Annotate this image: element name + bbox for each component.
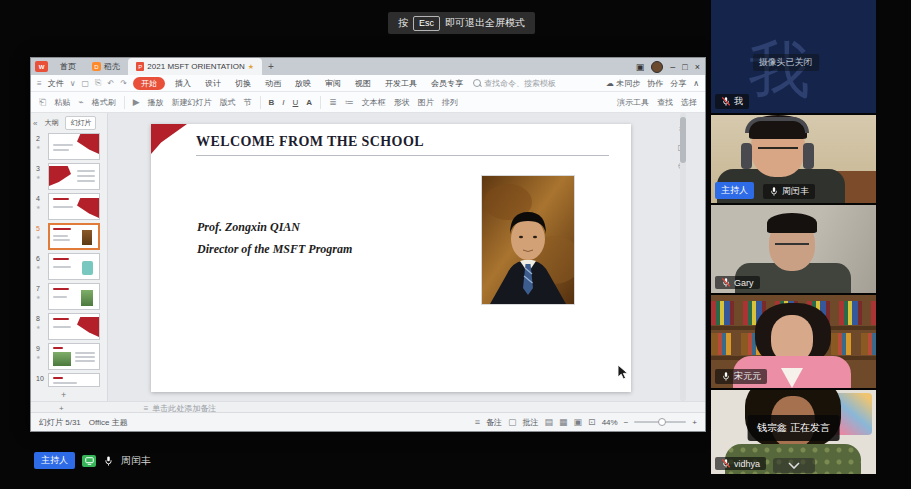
slide-sorter-icon[interactable]: ▦ bbox=[559, 417, 568, 427]
thumbnail-list: 2★ 3★ 4★ 5★ bbox=[31, 133, 107, 387]
slide-thumbnail-6[interactable]: 6★ bbox=[31, 253, 107, 281]
hair bbox=[767, 213, 817, 233]
bold-button[interactable]: B bbox=[269, 98, 275, 107]
toast-prefix: 按 bbox=[398, 16, 408, 30]
collapse-ribbon-icon[interactable]: ∧ bbox=[693, 79, 699, 88]
wps-logo[interactable]: W bbox=[35, 61, 48, 72]
comments-toggle-icon[interactable]: ▢ bbox=[508, 417, 517, 427]
new-slide-button[interactable]: 新建幻灯片 bbox=[172, 97, 212, 108]
slide-thumbnail-3[interactable]: 3★ bbox=[31, 163, 107, 191]
ribbon-tab-transition[interactable]: 切换 bbox=[231, 77, 255, 90]
favorite-star-icon[interactable]: ★ bbox=[248, 63, 254, 71]
slide-thumbnail-2[interactable]: 2★ bbox=[31, 133, 107, 161]
zoom-in-button[interactable]: + bbox=[692, 418, 697, 427]
print-icon[interactable]: ⎘ bbox=[95, 78, 101, 88]
add-slide-button[interactable]: + bbox=[61, 390, 66, 400]
layout-switch-icon[interactable]: ▣ bbox=[636, 62, 645, 72]
red-flag-decoration bbox=[151, 124, 187, 154]
participant-video-songyuanyuan[interactable]: 宋元元 bbox=[711, 295, 876, 388]
ribbon-tab-member[interactable]: 会员专享 bbox=[427, 77, 467, 90]
hamburger-menu-icon[interactable]: ≡ bbox=[37, 79, 42, 88]
ribbon-tab-view[interactable]: 视图 bbox=[351, 77, 375, 90]
zoom-percentage[interactable]: 44% bbox=[602, 418, 618, 427]
camera-off-toast: 摄像头已关闭 bbox=[753, 54, 819, 71]
redo-icon[interactable]: ↷ bbox=[120, 79, 127, 88]
font-color-button[interactable]: A bbox=[306, 98, 312, 107]
normal-view-icon[interactable]: ▤ bbox=[545, 417, 554, 427]
slide-thumbnail-9[interactable]: 9★ bbox=[31, 343, 107, 371]
wps-presentation-window: W 首页 D 稻壳 P 2021 MSFT ORIENTATION ★ + ▣ … bbox=[30, 57, 706, 432]
slide-thumbnail-5-selected[interactable]: 5★ bbox=[31, 223, 107, 251]
bullet-list-icon[interactable]: ≔ bbox=[345, 97, 354, 107]
save-icon[interactable]: ▢ bbox=[82, 79, 90, 88]
arrange-button[interactable]: 排列 bbox=[442, 97, 458, 108]
textbox-button[interactable]: 文本框 bbox=[362, 97, 386, 108]
close-button[interactable]: × bbox=[695, 62, 700, 72]
minimize-button[interactable]: – bbox=[670, 62, 675, 72]
headphone-right bbox=[803, 143, 814, 169]
ribbon-tab-slideshow[interactable]: 放映 bbox=[291, 77, 315, 90]
shapes-button[interactable]: 形状 bbox=[394, 97, 410, 108]
participant-video-vidhya[interactable]: 钱宗鑫 正在发言 vidhya bbox=[711, 390, 876, 474]
notes-toggle[interactable]: 备注 bbox=[486, 417, 502, 428]
select-button[interactable]: 选择 bbox=[681, 97, 697, 108]
ribbon-tab-insert[interactable]: 插入 bbox=[171, 77, 195, 90]
paste-button[interactable]: 粘贴 bbox=[54, 97, 70, 108]
zoom-out-button[interactable]: − bbox=[624, 418, 629, 427]
participant-name-tag: 宋元元 bbox=[715, 369, 767, 384]
new-tab-button[interactable]: + bbox=[268, 61, 274, 72]
underline-button[interactable]: U bbox=[293, 98, 299, 107]
find-button[interactable]: 查找 bbox=[657, 97, 673, 108]
cloud-sync-status[interactable]: ☁ 未同步 bbox=[606, 78, 640, 89]
participant-video-host[interactable]: 主持人 周闰丰 bbox=[711, 115, 876, 203]
home-tab[interactable]: 首页 bbox=[52, 58, 84, 75]
share-button[interactable]: 分享 bbox=[670, 78, 686, 89]
current-slide[interactable]: WELCOME FROM THE SCHOOL Prof. Zongxin QI… bbox=[151, 124, 631, 392]
slide-thumbnail-7[interactable]: 7★ bbox=[31, 283, 107, 311]
notes-toggle-icon[interactable]: ≡ bbox=[475, 417, 480, 427]
slide-thumbnail-8[interactable]: 8★ bbox=[31, 313, 107, 341]
layout-button[interactable]: 版式 bbox=[220, 97, 236, 108]
outline-tab[interactable]: 大纲 bbox=[40, 117, 62, 129]
italic-button[interactable]: I bbox=[282, 98, 284, 107]
play-button[interactable]: 播放 bbox=[148, 97, 164, 108]
participant-name: 宋元元 bbox=[734, 370, 761, 383]
presentation-tools-button[interactable]: 演示工具 bbox=[617, 97, 649, 108]
scrollbar-thumb[interactable] bbox=[680, 117, 686, 163]
paste-icon[interactable]: ⎗ bbox=[39, 97, 46, 108]
participant-video-me[interactable]: 我 摄像头已关闭 我 bbox=[711, 0, 876, 113]
ribbon-tab-design[interactable]: 设计 bbox=[201, 77, 225, 90]
command-search[interactable]: 查找命令、搜索模板 bbox=[473, 78, 556, 89]
undo-icon[interactable]: ↶ bbox=[108, 79, 115, 88]
format-painter-icon[interactable]: ⌁ bbox=[78, 97, 83, 107]
zoom-slider-knob[interactable] bbox=[658, 418, 666, 426]
section-button[interactable]: 节 bbox=[244, 97, 252, 108]
file-menu-caret-icon[interactable]: ∨ bbox=[70, 79, 76, 88]
participant-video-gary[interactable]: Gary bbox=[711, 205, 876, 293]
collapse-panel-icon[interactable]: « bbox=[33, 119, 37, 128]
file-menu[interactable]: 文件 bbox=[48, 78, 64, 89]
collaborate-button[interactable]: 协作 bbox=[647, 78, 663, 89]
comments-toggle[interactable]: 批注 bbox=[523, 417, 539, 428]
theme-name[interactable]: Office 主题 bbox=[89, 417, 128, 428]
slideshow-view-icon[interactable]: ▣ bbox=[574, 417, 583, 427]
docer-tab[interactable]: D 稻壳 bbox=[84, 58, 128, 75]
play-icon[interactable]: ▶ bbox=[133, 97, 140, 107]
slide-thumbnail-10[interactable]: 10 bbox=[31, 373, 107, 387]
ribbon-tab-home[interactable]: 开始 bbox=[133, 77, 165, 90]
align-left-icon[interactable]: ≣ bbox=[329, 97, 337, 107]
format-painter-button[interactable]: 格式刷 bbox=[92, 97, 116, 108]
picture-button[interactable]: 图片 bbox=[418, 97, 434, 108]
restore-button[interactable]: □ bbox=[682, 62, 687, 72]
zoom-slider[interactable] bbox=[634, 421, 686, 423]
account-avatar[interactable] bbox=[651, 61, 663, 73]
ribbon-tab-review[interactable]: 审阅 bbox=[321, 77, 345, 90]
mic-muted-icon bbox=[721, 458, 731, 469]
slides-tab[interactable]: 幻灯片 bbox=[65, 116, 96, 130]
ribbon-tab-devtools[interactable]: 开发工具 bbox=[381, 77, 421, 90]
fit-slide-icon[interactable]: ⊡ bbox=[588, 417, 596, 427]
slide-thumbnail-4[interactable]: 4★ bbox=[31, 193, 107, 221]
document-tab[interactable]: P 2021 MSFT ORIENTATION ★ bbox=[128, 58, 262, 75]
ribbon-tab-animation[interactable]: 动画 bbox=[261, 77, 285, 90]
collapse-video-strip-button[interactable] bbox=[773, 458, 815, 473]
